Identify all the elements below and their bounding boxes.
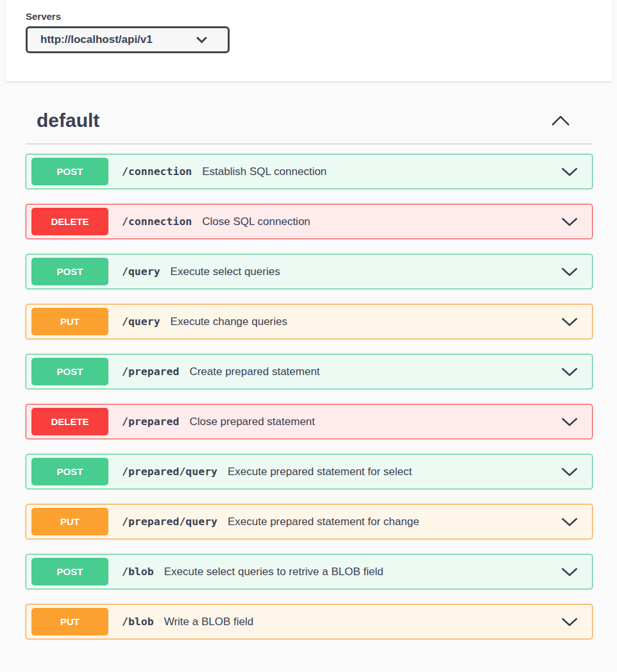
endpoint-path: /prepared/query xyxy=(122,466,217,478)
endpoint-path: /query xyxy=(122,315,160,328)
api-section-default: default POST /connection Establish SQL c… xyxy=(0,97,617,639)
servers-label: Servers xyxy=(26,11,613,22)
endpoint-summary: Execute prepared statement for select xyxy=(228,466,412,478)
method-badge[interactable]: POST xyxy=(31,358,108,385)
operations-list: POST /connection Establish SQL connectio… xyxy=(26,154,593,639)
opblock-summary-post-blob[interactable]: POST /blob Execute select queries to ret… xyxy=(26,554,593,589)
endpoint-summary: Execute select queries xyxy=(171,265,280,278)
endpoint-summary: Create prepared statement xyxy=(189,365,319,378)
opblock-summary-post-prepared[interactable]: POST /prepared Create prepared statement xyxy=(26,354,593,389)
chevron-down-icon[interactable] xyxy=(561,567,579,577)
opblock-summary-post-prepared-query[interactable]: POST /prepared/query Execute prepared st… xyxy=(26,454,593,489)
opblock-summary-post-connection[interactable]: POST /connection Establish SQL connectio… xyxy=(26,154,593,189)
opblock-summary-put-query[interactable]: PUT /query Execute change queries xyxy=(26,304,593,339)
endpoint-summary: Execute change queries xyxy=(171,315,287,328)
chevron-down-icon[interactable] xyxy=(561,267,579,277)
method-badge[interactable]: DELETE xyxy=(31,208,108,235)
method-badge[interactable]: DELETE xyxy=(31,408,108,435)
endpoint-path: /connection xyxy=(122,165,192,178)
method-badge[interactable]: PUT xyxy=(31,308,108,335)
endpoint-summary: Execute prepared statement for change xyxy=(228,516,419,528)
chevron-down-icon xyxy=(196,37,207,44)
opblock-summary-delete-prepared[interactable]: DELETE /prepared Close prepared statemen… xyxy=(26,404,593,439)
servers-select[interactable]: http://localhost/api/v1 xyxy=(26,26,230,53)
chevron-down-icon[interactable] xyxy=(561,317,579,327)
servers-selected-value: http://localhost/api/v1 xyxy=(40,33,153,46)
chevron-down-icon[interactable] xyxy=(561,517,579,527)
endpoint-path: /prepared/query xyxy=(122,516,217,528)
opblock-summary-post-query[interactable]: POST /query Execute select queries xyxy=(26,254,593,289)
method-badge[interactable]: POST xyxy=(31,558,108,585)
chevron-down-icon[interactable] xyxy=(561,617,579,627)
endpoint-summary: Write a BLOB field xyxy=(164,616,254,628)
section-header-default[interactable]: default xyxy=(26,97,593,144)
servers-panel: Servers http://localhost/api/v1 xyxy=(6,0,613,81)
section-collapse-button[interactable] xyxy=(550,115,571,127)
method-badge[interactable]: POST xyxy=(31,258,108,285)
endpoint-summary: Close prepared statement xyxy=(189,416,315,428)
chevron-down-icon[interactable] xyxy=(561,167,579,177)
opblock-summary-delete-connection[interactable]: DELETE /connection Close SQL connection xyxy=(26,204,593,239)
endpoint-path: /blob xyxy=(122,566,154,578)
endpoint-path: /prepared xyxy=(122,365,179,378)
chevron-down-icon[interactable] xyxy=(561,367,579,377)
method-badge[interactable]: PUT xyxy=(31,608,108,635)
chevron-down-icon[interactable] xyxy=(561,467,579,477)
method-badge[interactable]: PUT xyxy=(31,508,108,535)
endpoint-path: /connection xyxy=(122,215,192,228)
section-title: default xyxy=(37,111,99,130)
method-badge[interactable]: POST xyxy=(31,458,108,485)
endpoint-path: /blob xyxy=(122,616,154,628)
endpoint-path: /query xyxy=(122,265,160,278)
endpoint-summary: Execute select queries to retrive a BLOB… xyxy=(164,566,384,578)
chevron-down-icon[interactable] xyxy=(561,217,579,227)
chevron-down-icon[interactable] xyxy=(561,417,579,427)
opblock-summary-put-blob[interactable]: PUT /blob Write a BLOB field xyxy=(26,604,593,639)
endpoint-summary: Establish SQL connection xyxy=(202,165,326,178)
opblock-summary-put-prepared-query[interactable]: PUT /prepared/query Execute prepared sta… xyxy=(26,504,593,539)
method-badge[interactable]: POST xyxy=(31,158,108,185)
chevron-up-icon xyxy=(550,119,571,129)
endpoint-path: /prepared xyxy=(122,416,179,428)
endpoint-summary: Close SQL connection xyxy=(202,215,310,228)
